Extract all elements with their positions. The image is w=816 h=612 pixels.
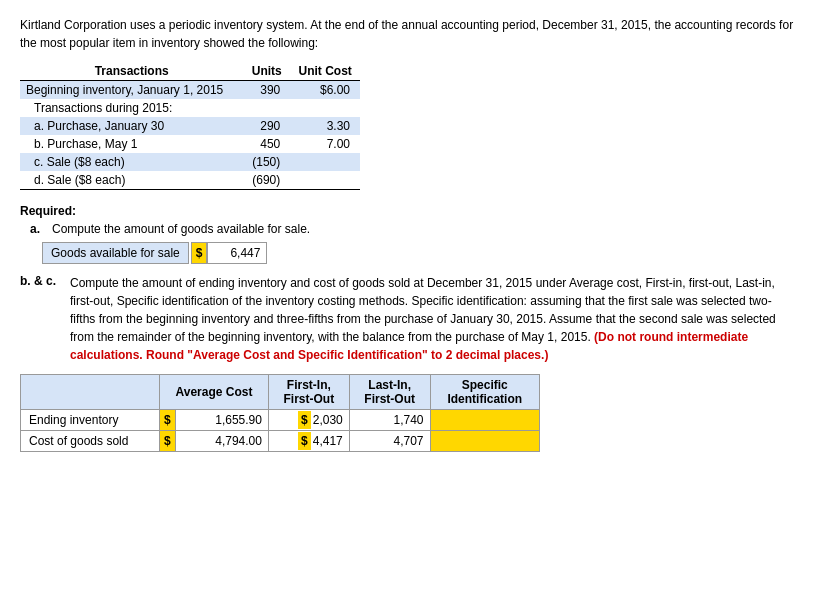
- row-label: b. Purchase, May 1: [20, 135, 243, 153]
- row-units: [243, 99, 290, 117]
- row-units: 290: [243, 117, 290, 135]
- row-label: c. Sale ($8 each): [20, 153, 243, 171]
- ending-inventory-label: Ending inventory: [21, 410, 160, 431]
- table-row: d. Sale ($8 each) (690): [20, 171, 360, 190]
- col-header-transactions: Transactions: [20, 62, 243, 81]
- col-header-units: Units: [243, 62, 290, 81]
- table-row: Beginning inventory, January 1, 2015 390…: [20, 81, 360, 100]
- row-units: (690): [243, 171, 290, 190]
- cogs-avg: 4,794.00: [175, 431, 268, 452]
- ending-fifo: $2,030: [268, 410, 349, 431]
- row-cost: $6.00: [290, 81, 360, 100]
- table-row: b. Purchase, May 1 450 7.00: [20, 135, 360, 153]
- row-units: (150): [243, 153, 290, 171]
- row-cost: 7.00: [290, 135, 360, 153]
- cogs-dollar1: $: [159, 431, 175, 452]
- item-a-letter: a.: [30, 222, 52, 236]
- table-row: Transactions during 2015:: [20, 99, 360, 117]
- required-section: Required: a. Compute the amount of goods…: [20, 204, 796, 264]
- row-label: Transactions during 2015:: [20, 99, 243, 117]
- results-table: Average Cost First-In,First-Out Last-In,…: [20, 374, 540, 452]
- col-header-empty: [21, 375, 160, 410]
- ending-lifo: 1,740: [349, 410, 430, 431]
- cogs-lifo: 4,707: [349, 431, 430, 452]
- row-label: Beginning inventory, January 1, 2015: [20, 81, 243, 100]
- goods-available-value: 6,447: [207, 242, 267, 264]
- row-cost: 3.30: [290, 117, 360, 135]
- table-row: c. Sale ($8 each) (150): [20, 153, 360, 171]
- row-units: 390: [243, 81, 290, 100]
- goods-dollar-sign: $: [191, 242, 208, 264]
- row-label: a. Purchase, January 30: [20, 117, 243, 135]
- ending-avg: 1,655.90: [175, 410, 268, 431]
- cogs-label: Cost of goods sold: [21, 431, 160, 452]
- intro-paragraph: Kirtland Corporation uses a periodic inv…: [20, 16, 796, 52]
- ending-dollar1: $: [159, 410, 175, 431]
- ending-specific[interactable]: [430, 410, 539, 431]
- col-header-lifo: Last-In,First-Out: [349, 375, 430, 410]
- col-header-avg-cost: Average Cost: [159, 375, 268, 410]
- bc-letter: b. & c.: [20, 274, 70, 288]
- row-cost: [290, 99, 360, 117]
- row-cost: [290, 171, 360, 190]
- col-header-fifo: First-In,First-Out: [268, 375, 349, 410]
- col-header-unit-cost: Unit Cost: [290, 62, 360, 81]
- transactions-table: Transactions Units Unit Cost Beginning i…: [20, 62, 360, 190]
- page-container: Kirtland Corporation uses a periodic inv…: [20, 16, 796, 452]
- row-label: d. Sale ($8 each): [20, 171, 243, 190]
- required-item-a: a. Compute the amount of goods available…: [20, 222, 796, 236]
- bc-section: b. & c. Compute the amount of ending inv…: [20, 274, 796, 452]
- item-a-text: Compute the amount of goods available fo…: [52, 222, 310, 236]
- bc-text: Compute the amount of ending inventory a…: [70, 274, 796, 364]
- cogs-fifo: $4,417: [268, 431, 349, 452]
- cogs-specific[interactable]: [430, 431, 539, 452]
- goods-available-label: Goods available for sale: [42, 242, 189, 264]
- required-label: Required:: [20, 204, 796, 218]
- row-units: 450: [243, 135, 290, 153]
- table-row: a. Purchase, January 30 290 3.30: [20, 117, 360, 135]
- goods-available-row: Goods available for sale $ 6,447: [42, 242, 796, 264]
- col-header-specific: SpecificIdentification: [430, 375, 539, 410]
- table-row: Ending inventory $ 1,655.90 $2,030 1,740: [21, 410, 540, 431]
- row-cost: [290, 153, 360, 171]
- table-row: Cost of goods sold $ 4,794.00 $4,417 4,7…: [21, 431, 540, 452]
